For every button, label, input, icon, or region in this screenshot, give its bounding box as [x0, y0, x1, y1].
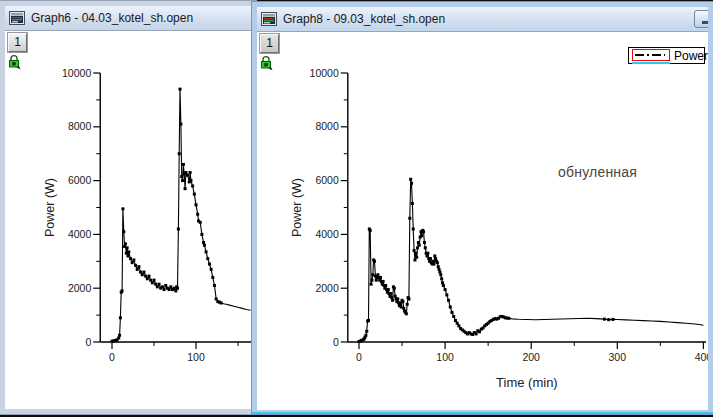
svg-text:200: 200 [522, 351, 540, 363]
legend-label: Power [674, 49, 708, 63]
lock-icon[interactable] [259, 55, 273, 71]
legend[interactable]: Power [628, 47, 705, 64]
svg-text:8000: 8000 [68, 120, 92, 132]
active-window-accent-line [252, 412, 713, 414]
annotation-text[interactable]: обнуленная [558, 164, 637, 180]
origin-mdi-area: Graph6 - 04.03_kotel_sh.open 02000400060… [0, 0, 713, 417]
legend-selection-underline [632, 62, 670, 64]
svg-text:400: 400 [695, 351, 708, 363]
window-graph6-title: Graph6 - 04.03_kotel_sh.open [31, 11, 193, 25]
graph-window-icon [9, 11, 25, 25]
svg-text:Time (min): Time (min) [496, 375, 558, 390]
svg-text:100: 100 [436, 351, 454, 363]
svg-text:4000: 4000 [315, 228, 339, 240]
minimize-icon [702, 21, 708, 24]
svg-text:2000: 2000 [68, 282, 92, 294]
legend-selection-box[interactable] [632, 49, 670, 61]
svg-text:300: 300 [609, 351, 627, 363]
svg-text:6000: 6000 [315, 174, 339, 186]
svg-text:Power (W): Power (W) [290, 178, 304, 237]
svg-text:100: 100 [187, 351, 205, 363]
dash-dot-line-icon [635, 54, 665, 56]
window-graph6-titlebar[interactable]: Graph6 - 04.03_kotel_sh.open [5, 6, 251, 31]
svg-text:4000: 4000 [68, 228, 92, 240]
window-graph8-title: Graph8 - 09.03_kotel_sh.open [283, 12, 445, 26]
svg-text:Power (W): Power (W) [43, 178, 57, 237]
graph-window-icon [261, 12, 277, 26]
graph6-plot[interactable]: 02000400060008000100000100Power (W) [5, 31, 251, 409]
graph8-plot[interactable]: 02000400060008000100000100200300400Power… [257, 32, 708, 410]
window-graph8: Graph8 - 09.03_kotel_sh.open 02000400060… [252, 2, 713, 414]
svg-text:0: 0 [333, 336, 339, 348]
layer-1-button[interactable]: 1 [260, 34, 279, 53]
svg-text:6000: 6000 [68, 174, 92, 186]
window-graph6: Graph6 - 04.03_kotel_sh.open 02000400060… [0, 1, 256, 414]
svg-text:0: 0 [356, 351, 362, 363]
svg-text:0: 0 [109, 351, 115, 363]
svg-text:8000: 8000 [315, 120, 339, 132]
svg-text:10000: 10000 [310, 67, 339, 79]
svg-text:0: 0 [85, 336, 91, 348]
window-graph8-titlebar[interactable]: Graph8 - 09.03_kotel_sh.open [257, 7, 708, 32]
lock-icon[interactable] [7, 54, 21, 70]
layer-1-button[interactable]: 1 [8, 33, 27, 52]
minimize-button[interactable] [694, 10, 708, 28]
svg-text:10000: 10000 [62, 67, 91, 79]
svg-text:2000: 2000 [315, 282, 339, 294]
